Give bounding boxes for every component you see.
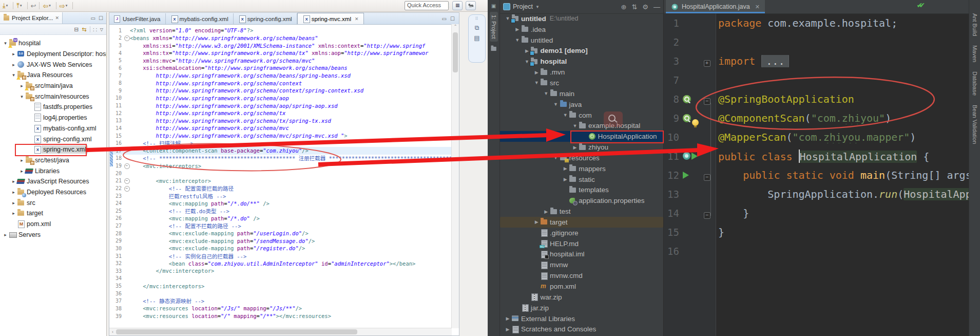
restore-view-icon[interactable]: ⧉ bbox=[475, 24, 479, 31]
tree-twistie-icon[interactable]: ▼ bbox=[562, 113, 569, 118]
tree-twistie-icon[interactable]: ▶ bbox=[543, 209, 550, 214]
locate-icon[interactable]: ⊕ bbox=[621, 3, 627, 11]
tree-twistie-icon[interactable]: ▸ bbox=[18, 158, 25, 163]
dropdown-icon[interactable]: ▾ bbox=[6, 4, 8, 8]
tree-item-mappers[interactable]: ▶mappers bbox=[500, 163, 663, 174]
maximize-view-icon[interactable]: ☐ bbox=[99, 15, 103, 21]
tree-item-deployed-resources[interactable]: ▸Deployed Resources bbox=[0, 187, 106, 198]
tree-item-idea[interactable]: ▶.idea bbox=[500, 24, 663, 35]
forward-icon[interactable]: ⇨ bbox=[60, 2, 65, 10]
tree-item-src-main-resources[interactable]: ▾src/main/resources bbox=[0, 91, 106, 102]
horizontal-scrollbar[interactable]: ‹ bbox=[109, 328, 452, 335]
editor-tab-hospitalapplication[interactable]: HospitalApplication.java ✕ bbox=[666, 0, 765, 13]
tree-item-example-hospital[interactable]: ▼example.hospital bbox=[500, 120, 663, 131]
collapse-all-icon[interactable]: ⊟ bbox=[74, 26, 79, 33]
tree-twistie-icon[interactable]: ▶ bbox=[562, 166, 569, 171]
editor-tab-mybatis-config-xml[interactable]: Xmybatis-config.xml bbox=[166, 13, 234, 24]
tree-twistie-icon[interactable]: ▸ bbox=[10, 211, 17, 216]
tree-item-mvn[interactable]: ▶.mvn bbox=[500, 67, 663, 78]
tree-item-jar-zip[interactable]: jar.zip bbox=[500, 303, 663, 313]
spring-boot-run-icon[interactable] bbox=[683, 152, 690, 160]
tree-twistie-icon[interactable]: ▼ bbox=[533, 80, 540, 85]
tree-item-resources[interactable]: ▼resources bbox=[500, 153, 663, 163]
vertical-scrollbar[interactable]: ⌃ bbox=[451, 24, 459, 328]
java-editor[interactable]: 1package com.example.hospital;23+import … bbox=[664, 13, 969, 336]
toolwindow-button-database[interactable]: Database bbox=[972, 71, 978, 96]
tree-twistie-icon[interactable]: ▼ bbox=[514, 38, 521, 43]
tree-item-fastdfs-properties[interactable]: fastdfs.properties bbox=[0, 102, 106, 113]
close-view-icon[interactable]: ✕ bbox=[55, 15, 60, 21]
tree-item-jax-ws-web-services[interactable]: ▸JAX-WS Web Services bbox=[0, 59, 106, 70]
tree-twistie-icon[interactable]: ▶ bbox=[514, 27, 521, 32]
tree-item-src-main-java[interactable]: ▸src/main/java bbox=[0, 81, 106, 91]
project-explorer-tab[interactable]: Project Explor... ✕ bbox=[0, 12, 63, 24]
tree-item-mybatis-config-xml[interactable]: Xmybatis-config.xml bbox=[0, 123, 106, 134]
tree-twistie-icon[interactable]: ▸ bbox=[10, 51, 17, 57]
tree-item-war-zip[interactable]: war.zip bbox=[500, 292, 663, 303]
tree-twistie-icon[interactable]: ▶ bbox=[533, 219, 540, 225]
close-tab-icon[interactable]: ✕ bbox=[755, 4, 760, 10]
tree-item-javascript-resources[interactable]: ▸JavaScript Resources bbox=[0, 176, 106, 187]
back-icon[interactable]: ⇦ bbox=[43, 2, 48, 10]
toolwindow-button-bean-validation[interactable]: Bean Validation bbox=[972, 105, 978, 144]
xml-editor[interactable]: 1<?xml version="1.0" encoding="UTF-8"?>2… bbox=[109, 24, 452, 328]
tree-item-mvnw-cmd[interactable]: mvnw.cmd bbox=[500, 270, 663, 281]
tree-item-hospitalapplication[interactable]: HospitalApplication bbox=[500, 131, 663, 142]
tree-item-log4j-properties[interactable]: log4j.properties bbox=[0, 113, 106, 123]
last-edit-location-icon[interactable]: ↩ bbox=[31, 2, 36, 10]
editor-tab-spring-mvc-xml[interactable]: Xspring-mvc.xml✕ bbox=[297, 13, 364, 24]
tree-twistie-icon[interactable]: ▶ bbox=[504, 327, 511, 332]
javaee-perspective-icon[interactable]: ▦ bbox=[452, 1, 463, 10]
intention-bulb-icon[interactable] bbox=[692, 119, 699, 126]
run-gutter-icon[interactable] bbox=[683, 172, 689, 179]
tree-twistie-icon[interactable]: ▼ bbox=[523, 59, 530, 64]
tree-twistie-icon[interactable]: ▾ bbox=[18, 94, 25, 99]
tree-twistie-icon[interactable]: ▸ bbox=[2, 232, 9, 237]
tree-item-demo1-demo[interactable]: ▶demo1 [demo] bbox=[500, 46, 663, 57]
tree-item-spring-config-xml[interactable]: Xspring-config.xml bbox=[0, 134, 106, 144]
tree-item-hospital[interactable]: ▾Mhospital bbox=[0, 38, 106, 49]
tree-item-hospital-iml[interactable]: hospital.iml bbox=[500, 249, 663, 260]
tree-item-untitled[interactable]: ▼untitledE:\untitled bbox=[500, 13, 663, 24]
tree-item-hospital[interactable]: ▼hospital bbox=[500, 56, 663, 67]
tree-twistie-icon[interactable]: ▸ bbox=[18, 169, 25, 174]
tree-twistie-icon[interactable]: ▸ bbox=[10, 62, 17, 67]
dropdown-icon[interactable]: ▾ bbox=[66, 4, 68, 8]
fold-marker-icon[interactable]: − bbox=[704, 174, 710, 181]
tree-item-mvnw[interactable]: mvnw bbox=[500, 259, 663, 270]
dropdown-icon[interactable]: ▾ bbox=[49, 4, 51, 8]
tree-item-application-properties[interactable]: application.properties bbox=[500, 195, 663, 206]
tree-item-gitignore[interactable]: .gitignore bbox=[500, 228, 663, 238]
tree-item-target[interactable]: ▸target bbox=[0, 208, 106, 219]
tree-item-src[interactable]: ▸src bbox=[0, 197, 106, 208]
tree-item-main[interactable]: ▼main bbox=[500, 88, 663, 99]
tree-item-untitled[interactable]: ▼untitled bbox=[500, 35, 663, 46]
editor-tab-spring-config-xml[interactable]: Xspring-config.xml bbox=[234, 13, 297, 24]
run-gutter-icon[interactable] bbox=[691, 153, 698, 160]
link-with-editor-icon[interactable]: ⇆ bbox=[82, 26, 86, 33]
tree-twistie-icon[interactable]: ▶ bbox=[523, 48, 530, 53]
tree-item-servers[interactable]: ▸Servers bbox=[0, 229, 106, 240]
view-menu-dots-icon[interactable]: ⸬ bbox=[93, 26, 97, 33]
gear-icon[interactable]: ⚙ bbox=[642, 3, 648, 11]
toolwindow-button-ant-build[interactable]: Ant Build bbox=[972, 13, 978, 36]
minimize-view-icon[interactable]: ▭ bbox=[91, 15, 95, 21]
tree-item-libraries[interactable]: ▸Libraries bbox=[0, 165, 106, 176]
fold-marker-icon[interactable]: − bbox=[704, 98, 710, 105]
tree-twistie-icon[interactable]: ▸ bbox=[10, 200, 17, 206]
tree-twistie-icon[interactable]: ▶ bbox=[533, 70, 540, 75]
tree-twistie-icon[interactable]: ▸ bbox=[10, 190, 17, 195]
toolwindow-button-maven[interactable]: Maven bbox=[972, 45, 978, 62]
dropdown-icon[interactable]: ▾ bbox=[20, 4, 22, 8]
fold-marker-icon[interactable]: − bbox=[704, 212, 710, 219]
tree-twistie-icon[interactable]: ▼ bbox=[571, 123, 579, 128]
tree-item-external-libraries[interactable]: ▶External Libraries bbox=[500, 313, 663, 324]
tree-twistie-icon[interactable]: ▶ bbox=[504, 316, 511, 321]
chevron-down-icon[interactable]: ▼ bbox=[535, 5, 540, 9]
previous-annotation-icon[interactable]: ⤒ bbox=[16, 2, 20, 10]
view-menu-icon[interactable]: ▽ bbox=[100, 27, 103, 32]
tree-item-help-md[interactable]: MDHELP.md bbox=[500, 238, 663, 249]
collapse-all-icon[interactable]: ⇅ bbox=[631, 3, 637, 11]
tree-item-scratches-and-consoles[interactable]: ▶Scratches and Consoles bbox=[500, 324, 663, 334]
debug-perspective-icon[interactable]: 🐜 bbox=[466, 1, 476, 10]
